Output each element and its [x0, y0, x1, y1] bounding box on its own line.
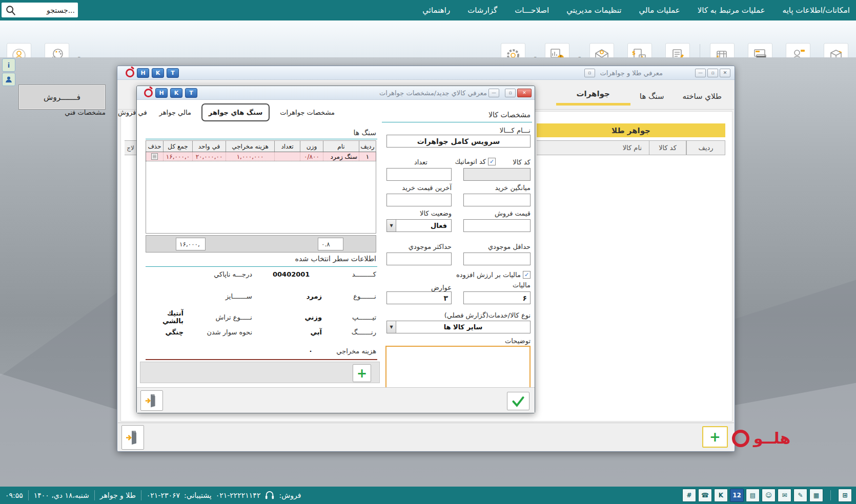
stones-section-title: سنگ ها [353, 129, 376, 137]
dialog-close-button[interactable]: ✕ [517, 89, 532, 97]
dialog-k-button[interactable]: K [170, 88, 182, 98]
col-total[interactable]: جمع كل [163, 141, 192, 152]
last-buy-field[interactable] [386, 194, 452, 206]
sell-price-field[interactable] [463, 219, 531, 232]
menu-item-management-settings[interactable]: تنظيمات مديريتي [566, 6, 621, 15]
product-section-title: مشخصات كالا [488, 111, 531, 119]
col-qty[interactable]: تعداد [274, 141, 300, 152]
search-input[interactable]: جستجو... [2, 3, 78, 17]
section-divider [146, 139, 377, 139]
stone-row[interactable]: ۱ سنگ زمرد ۰/۸۰۰ ۱,۰۰۰,۰۰۰ ۲۰,۰۰۰,۰۰ ۱۶,… [146, 152, 376, 161]
separator [141, 490, 141, 500]
calculator-icon[interactable]: # [682, 489, 696, 502]
dialog-exit-button[interactable] [140, 390, 163, 411]
dtab-technical-specs[interactable]: مشخصات فني [63, 104, 108, 120]
group-banner[interactable]: جواهر طلا [537, 123, 725, 137]
setting-cost-value: ۰ [289, 347, 320, 355]
close-button[interactable]: ✕ [720, 69, 730, 77]
apps-icon[interactable]: ▦ [809, 489, 823, 502]
menu-item-goods-operations[interactable]: عمليات مرتبط به كالا [698, 6, 765, 15]
column-row-number[interactable]: رديف [686, 140, 725, 155]
tab-stones[interactable]: سنگ ها [630, 85, 674, 106]
date: شنبه،۱۸ دي، ۱۴۰۰ [34, 491, 89, 499]
duty-field[interactable]: ۳ [386, 291, 452, 304]
user-icon[interactable]: ☺ [762, 489, 776, 502]
holoo-logo-icon [144, 89, 153, 97]
search-placeholder: جستجو... [47, 6, 75, 14]
section-divider [382, 122, 532, 122]
new-item-dialog: H K T معرفي كالاي جديد/مشخصات جواهرات — … [136, 86, 535, 413]
col-weight[interactable]: وزن [300, 141, 323, 152]
exit-window-button[interactable] [121, 425, 144, 450]
row-edit-button[interactable] [146, 152, 163, 161]
menu-item-corrections[interactable]: اصلاحـــات [515, 6, 549, 15]
child-restore-button[interactable]: ▫ [584, 69, 595, 77]
h-button[interactable]: H [137, 68, 149, 78]
menu-item-financial-operations[interactable]: عمليات مالي [639, 6, 680, 15]
item-code-label: كد كالا [513, 158, 531, 166]
column-item-name[interactable]: نام كالا [537, 140, 649, 155]
group-banner-label: جواهر طلا [612, 126, 650, 135]
item-name-field[interactable]: سرويس كامل جواهرات [386, 135, 531, 148]
quantity-label: تعداد [414, 158, 427, 166]
confirm-button[interactable] [507, 392, 529, 410]
item-type-value: ساير كالا ها [396, 323, 530, 331]
cut-type-value: آنتيك بالشي [154, 309, 192, 325]
info-button[interactable]: i [2, 58, 15, 72]
note-icon[interactable]: ▤ [746, 489, 760, 502]
minimize-button[interactable]: — [695, 69, 706, 77]
menu-item-base-info[interactable]: امكانات/اطلاعات پايه [783, 6, 850, 15]
dialog-minimize-button[interactable]: — [488, 89, 499, 97]
person-icon [5, 75, 13, 83]
item-status-select[interactable]: فعال ▼ [386, 219, 452, 232]
mail-icon[interactable]: ✉ [778, 489, 791, 502]
dialog-t-button[interactable]: T [185, 88, 197, 98]
tab-made-gold[interactable]: طلاي ساخته [674, 85, 731, 106]
add-item-button[interactable]: + [702, 426, 728, 448]
dialog-titlebar[interactable]: H K T معرفي كالاي جديد/مشخصات جواهرات — … [137, 86, 535, 100]
grid-icon[interactable]: ⊞ [838, 489, 852, 502]
dtab-jewel-stones[interactable]: سنگ هاي جواهر [201, 103, 270, 121]
column-item-code[interactable]: كد كالا [649, 140, 686, 155]
item-code-field[interactable] [463, 168, 531, 181]
holoo-k-icon[interactable]: K [714, 489, 728, 502]
dialog-h-button[interactable]: H [155, 88, 168, 98]
info-icon: i [8, 61, 10, 69]
quantity-field[interactable] [386, 168, 452, 181]
separator [830, 490, 831, 500]
dtab-jewel-specs[interactable]: مشخصات جواهرات [278, 104, 337, 120]
calendar-icon[interactable]: 12 [730, 489, 744, 502]
col-name[interactable]: نام [323, 141, 359, 152]
dialog-maximize-button[interactable]: ▫ [505, 89, 516, 97]
contacts-button[interactable] [2, 73, 15, 86]
col-setting-cost[interactable]: هزينه مخراجي [226, 141, 274, 152]
main-window-titlebar[interactable]: H K T ▫ معرفي طلا و جواهرات — ▫ ✕ [117, 66, 735, 80]
tax-field[interactable]: ۶ [463, 291, 531, 304]
chevron-down-icon[interactable]: ▼ [387, 220, 396, 232]
col-delete[interactable]: حذف [146, 141, 163, 152]
t-button[interactable]: T [167, 68, 179, 78]
max-stock-field[interactable] [386, 253, 452, 265]
min-stock-field[interactable] [463, 253, 531, 265]
add-stone-button[interactable]: + [353, 364, 371, 382]
main-window-title: معرفي طلا و جواهرات [600, 69, 663, 77]
dtab-sell-rate[interactable]: في فروش [116, 104, 149, 120]
description-textarea[interactable] [385, 346, 531, 394]
menu-item-reports[interactable]: گزارشات [467, 6, 497, 15]
maximize-button[interactable]: ▫ [707, 69, 718, 77]
tab-jewellery[interactable]: جواهرات [556, 82, 630, 106]
stones-actions-strip: + [140, 362, 380, 383]
item-type-select[interactable]: ساير كالا ها ▼ [386, 321, 531, 333]
tip-label: تيـــــــپ [329, 313, 376, 321]
chevron-down-icon[interactable]: ▼ [387, 321, 396, 333]
col-unit-price[interactable]: في واحد [192, 141, 226, 152]
vat-checkbox[interactable]: ✓ ماليات بر ارزش افزوده [456, 271, 531, 279]
auto-code-checkbox[interactable]: ✓ كد اتوماتيك [455, 158, 496, 165]
avg-buy-field[interactable] [463, 194, 531, 206]
col-row[interactable]: رديف [359, 141, 376, 152]
k-button[interactable]: K [152, 68, 164, 78]
edit-icon[interactable]: ✎ [793, 489, 807, 502]
dtab-jewel-finance[interactable]: مالي جواهر [157, 104, 193, 120]
phone-icon[interactable]: ☎ [698, 489, 712, 502]
menu-item-help[interactable]: راهنمائي [422, 6, 450, 15]
